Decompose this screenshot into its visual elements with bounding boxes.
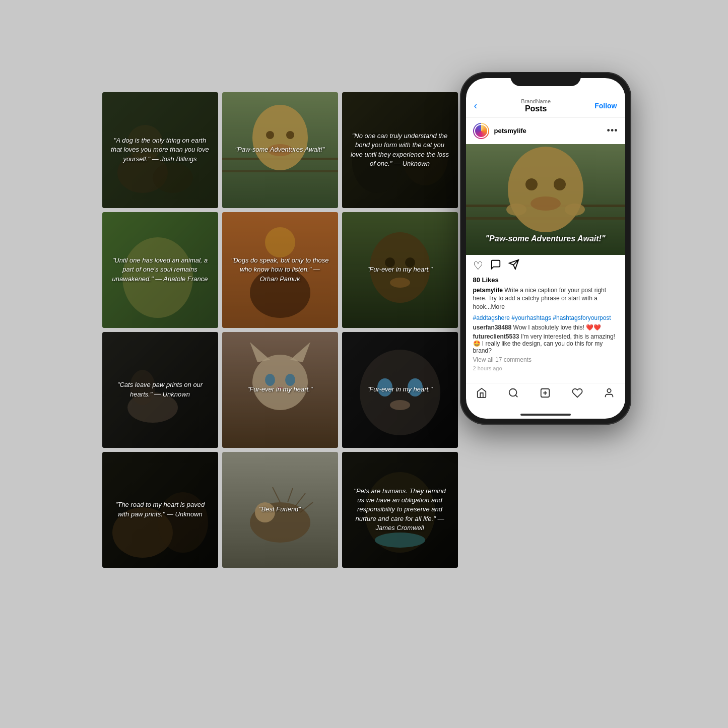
header-center: BrandName Posts (521, 98, 551, 113)
grid-item-12[interactable]: "Pets are humans. They remind us we have… (342, 452, 458, 568)
nav-profile-button[interactable] (604, 387, 615, 402)
scene: "A dog is the only thing on earth that l… (87, 62, 641, 667)
brand-name: BrandName (521, 98, 551, 104)
grid-quote-6: "Fur-ever in my heart." (359, 257, 441, 282)
grid-item-10[interactable]: "The road to my heart is paved with paw … (102, 452, 218, 568)
post-time: 2 hours ago (466, 364, 625, 373)
username-label: petsmylife (494, 127, 526, 135)
commenter-1-text: Wow I absolutely love this! ❤️❤️ (513, 324, 602, 331)
grid-item-1[interactable]: "A dog is the only thing on earth that l… (102, 92, 218, 208)
grid-item-3[interactable]: "No one can truly understand the bond yo… (342, 92, 458, 208)
grid-quote-8: "Fur-ever in my heart." (239, 377, 321, 402)
share-button[interactable] (508, 259, 519, 273)
grid-quote-1: "A dog is the only thing on earth that l… (102, 128, 218, 172)
comment-2: futureclient5533 I'm very interested, th… (466, 332, 625, 355)
nav-home-button[interactable] (476, 387, 487, 402)
caption-username: petsmylife (473, 287, 503, 294)
grid-quote-4: "Until one has loved an animal, a part o… (102, 248, 218, 292)
phone-notch (510, 72, 581, 86)
posts-grid: "A dog is the only thing on earth that l… (102, 92, 458, 568)
grid-item-4[interactable]: "Until one has loved an animal, a part o… (102, 212, 218, 328)
svg-line-75 (516, 395, 518, 397)
commenter-1-name: userfan38488 (473, 324, 512, 331)
like-button[interactable]: ♡ (473, 259, 483, 273)
nav-add-button[interactable] (540, 387, 551, 402)
post-caption: petsmylife Write a nice caption for your… (466, 285, 625, 313)
home-indicator (520, 414, 571, 416)
grid-item-8[interactable]: "Fur-ever in my heart." (222, 332, 338, 448)
follow-button[interactable]: Follow (594, 102, 617, 110)
avatar-inner (474, 124, 488, 138)
nav-search-button[interactable] (508, 387, 519, 402)
commenter-2-name: futureclient5533 (473, 333, 519, 340)
back-button[interactable]: ‹ (474, 100, 478, 111)
phone-mockup: ‹ BrandName Posts Follow petsmylife ••• (460, 72, 631, 425)
phone-inner: ‹ BrandName Posts Follow petsmylife ••• (466, 78, 625, 419)
grid-item-6[interactable]: "Fur-ever in my heart." (342, 212, 458, 328)
comment-1: userfan38488 Wow I absolutely love this!… (466, 323, 625, 332)
grid-quote-2: "Paw-some Adventures Await!" (227, 137, 333, 162)
nav-heart-button[interactable] (572, 387, 583, 402)
bottom-nav (466, 383, 625, 412)
view-all-comments[interactable]: View all 17 comments (466, 355, 625, 364)
more-options-button[interactable]: ••• (607, 125, 618, 136)
grid-item-11[interactable]: "Best Furiend" (222, 452, 338, 568)
phone-screen: ‹ BrandName Posts Follow petsmylife ••• (466, 78, 625, 419)
post-quote: "Paw-some Adventures Await!" (466, 233, 625, 244)
grid-quote-7: "Cats leave paw prints on our hearts." —… (102, 372, 218, 407)
comment-button[interactable] (490, 259, 501, 273)
grid-quote-11: "Best Furiend" (251, 497, 309, 522)
hashtags[interactable]: #addtagshere #yourhashtags #hashtagsfory… (466, 313, 625, 323)
grid-quote-12: "Pets are humans. They remind us we have… (342, 479, 458, 541)
grid-item-2[interactable]: "Paw-some Adventures Await!" (222, 92, 338, 208)
grid-item-9[interactable]: "Fur-ever in my heart." (342, 332, 458, 448)
grid-quote-5: "Dogs do speak, but only to those who kn… (222, 248, 338, 292)
profile-row: petsmylife ••• (466, 118, 625, 144)
likes-count: 80 Likes (466, 275, 625, 285)
grid-item-5[interactable]: "Dogs do speak, but only to those who kn… (222, 212, 338, 328)
post-actions: ♡ (466, 255, 625, 275)
avatar (473, 123, 489, 139)
svg-point-74 (509, 388, 517, 396)
posts-title: Posts (521, 104, 551, 113)
post-image: "Paw-some Adventures Await!" (466, 144, 625, 255)
grid-item-7[interactable]: "Cats leave paw prints on our hearts." —… (102, 332, 218, 448)
grid-quote-9: "Fur-ever in my heart." (359, 377, 441, 402)
grid-quote-10: "The road to my heart is paved with paw … (102, 492, 218, 526)
grid-quote-3: "No one can truly understand the bond yo… (342, 123, 458, 176)
svg-point-79 (607, 388, 611, 392)
